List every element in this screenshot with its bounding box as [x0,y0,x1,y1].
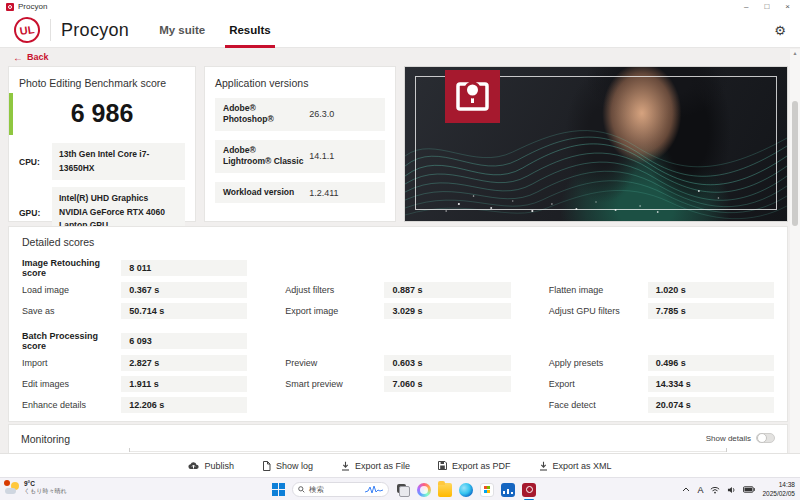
microsoft-store-icon[interactable] [480,483,494,497]
speaker-icon[interactable] [727,486,736,494]
metric-value: 3.029 s [384,303,510,319]
version-row-workload: Workload version 1.2.411 [215,182,385,203]
export-file-button[interactable]: Export as File [341,461,410,471]
cpu-row: CPU: 13th Gen Intel Core i7-13650HX [19,143,185,180]
file-explorer-icon[interactable] [438,483,452,497]
metric-value: 0.887 s [384,282,510,298]
metric-score: Image Retouching score8 011 [22,258,247,278]
metric-value: 1.020 s [648,282,774,298]
wifi-icon[interactable] [710,486,720,494]
start-button[interactable] [272,483,285,496]
show-log-button[interactable]: Show log [262,461,313,471]
benchmark-hero-image [404,66,788,222]
back-link[interactable]: Back [27,52,49,62]
metric-label: Load image [22,285,121,295]
vertical-scrollbar[interactable]: ▲ [790,49,800,453]
detailed-score-row: Image Retouching score8 011 [22,258,774,278]
metric-value: 8 011 [121,260,247,276]
tray-date: 2025/02/05 [762,490,795,498]
scrollbar-up-arrow[interactable]: ▲ [790,50,800,56]
tray-time: 14:38 [762,481,795,489]
photo-editing-logo-badge [445,70,500,123]
window-titlebar: Procyon – □ × [0,0,800,13]
metric-time: Import2.827 s [22,354,247,372]
score-accent-bar [9,93,13,135]
clock-widget[interactable]: 14:38 2025/02/05 [762,481,795,498]
tab-my-suite[interactable]: My suite [159,13,205,48]
metric-label: Edit images [22,379,121,389]
metric-time: Save as50.714 s [22,302,247,320]
gear-icon[interactable]: ⚙ [774,23,786,38]
metric-label: Adjust filters [285,285,384,295]
chevron-up-icon[interactable] [682,487,690,492]
metric-label: Save as [22,306,121,316]
metric-time: Adjust GPU filters7.785 s [549,302,774,320]
metric-value: 7.060 s [384,376,510,392]
metric-label: Smart preview [285,379,384,389]
metric-time: Export image3.029 s [285,302,510,320]
procyon-app-icon[interactable] [522,483,536,497]
detailed-score-row: Enhance details12.206 sFace detect20.074… [22,396,774,414]
metric-value: 50.714 s [121,303,247,319]
search-icon [298,486,305,493]
metric-value: 12.206 s [121,397,247,413]
metric-label: Preview [285,358,384,368]
metric-value: 0.603 s [384,355,510,371]
detailed-score-row: Edit images1.911 sSmart preview7.060 sEx… [22,375,774,393]
show-details-toggle[interactable]: Show details [706,433,775,443]
monitoring-title: Monitoring [21,433,70,445]
metric-time: Edit images1.911 s [22,375,247,393]
battery-icon[interactable] [743,486,755,493]
metric-value: 2.827 s [121,355,247,371]
action-label: Publish [204,461,234,471]
weather-condition: くもり時々晴れ [24,488,67,496]
detailed-score-row: Save as50.714 sExport image3.029 sAdjust… [22,302,774,320]
search-highlights-icon [365,485,383,494]
weather-widget[interactable]: 9°C くもり時々晴れ [5,480,67,496]
app-navbar: UL Procyon My suite Results ⚙ [0,13,800,48]
edge-icon[interactable] [459,483,473,497]
score-card-title: Photo Editing Benchmark score [19,77,185,89]
close-button[interactable]: × [785,2,790,11]
toggle-switch[interactable] [756,433,775,443]
export-pdf-button[interactable]: Export as PDF [438,461,511,471]
weather-temp: 9°C [24,480,67,488]
cpu-value: 13th Gen Intel Core i7-13650HX [52,143,185,180]
metric-label: Export [549,379,648,389]
version-row-photoshop: Adobe® Photoshop® 26.3.0 [215,98,385,131]
copilot-icon[interactable] [417,483,431,497]
metric-time: Apply presets0.496 s [549,354,774,372]
metric-value: 0.367 s [121,282,247,298]
metric-time: Smart preview7.060 s [285,375,510,393]
metric-time: Load image0.367 s [22,281,247,299]
metric-value: 14.334 s [648,376,774,392]
taskbar-search[interactable]: 検索 [292,482,389,497]
ul-logo: UL [12,15,41,44]
detailed-scores-panel: Detailed scores Image Retouching score8 … [8,226,788,422]
detailed-score-row: Load image0.367 sAdjust filters0.887 sFl… [22,281,774,299]
action-label: Show log [276,461,313,471]
monitoring-app-icon[interactable] [501,483,515,497]
ime-indicator[interactable]: A [697,485,703,495]
metric-score: Batch Processing score6 093 [22,331,247,351]
maximize-button[interactable]: □ [764,2,769,11]
result-actions-bar: PublishShow logExport as FileExport as P… [0,453,800,477]
scrollbar-thumb[interactable] [792,101,798,226]
monitoring-panel: Monitoring Show details [8,424,788,453]
metric-time: Export14.334 s [549,375,774,393]
versions-title: Application versions [215,77,385,89]
application-versions-card: Application versions Adobe® Photoshop® 2… [204,66,396,222]
detailed-scores-title: Detailed scores [22,236,774,248]
task-view-icon[interactable] [396,483,410,497]
save-icon [438,461,447,470]
minimize-button[interactable]: – [744,2,748,11]
monitoring-chart-axis [129,451,727,452]
weather-icon [5,481,20,495]
action-label: Export as XML [553,461,612,471]
publish-button[interactable]: Publish [188,461,234,471]
metric-label: Import [22,358,121,368]
export-xml-button[interactable]: Export as XML [539,461,612,471]
tab-results[interactable]: Results [229,13,271,48]
procyon-app-icon-small [6,3,14,11]
metric-value: 0.496 s [648,355,774,371]
